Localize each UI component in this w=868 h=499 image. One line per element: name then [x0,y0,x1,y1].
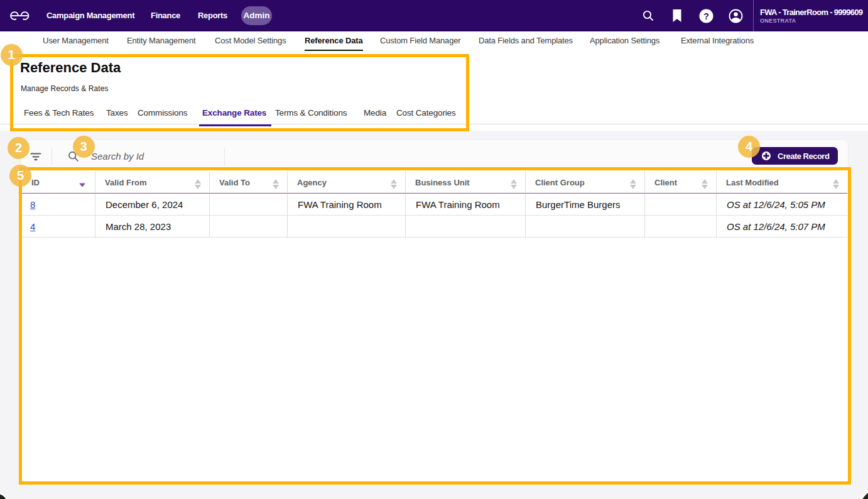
svg-text:?: ? [703,11,709,21]
